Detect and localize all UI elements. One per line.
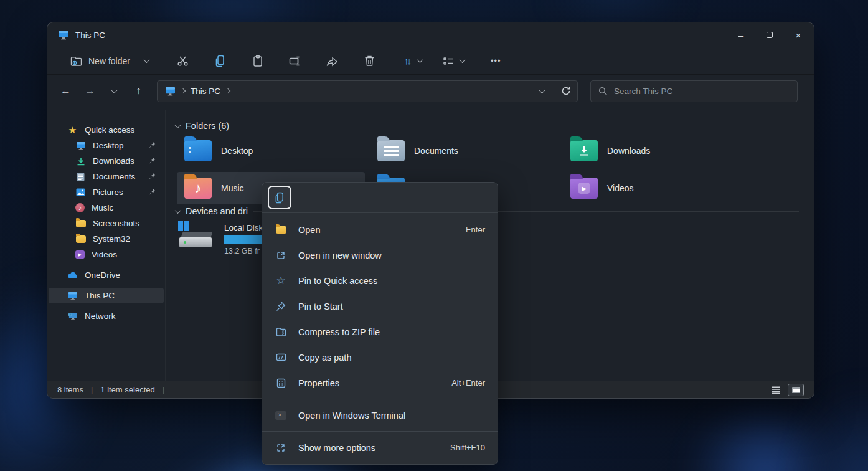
status-separator: | bbox=[91, 385, 93, 394]
menu-item-open-windows-terminal[interactable]: >_ Open in Windows Terminal bbox=[262, 402, 498, 428]
new-folder-icon bbox=[70, 55, 83, 67]
breadcrumb-this-pc[interactable]: This PC bbox=[191, 87, 220, 96]
menu-item-shortcut: Alt+Enter bbox=[451, 378, 485, 388]
minimize-button[interactable]: – bbox=[727, 22, 755, 47]
forward-button[interactable]: → bbox=[79, 80, 101, 102]
menu-item-label: Open in new window bbox=[298, 250, 382, 260]
folder-tile-documents[interactable]: Documents bbox=[370, 135, 558, 167]
menu-item-label: Open in Windows Terminal bbox=[298, 411, 405, 421]
sidebar-item-videos[interactable]: ▶ Videos bbox=[49, 247, 164, 262]
menu-item-open-new-window[interactable]: Open in new window bbox=[262, 242, 498, 268]
new-folder-label: New folder bbox=[88, 56, 130, 66]
menu-item-shortcut: Shift+F10 bbox=[450, 443, 485, 452]
sidebar-item-network[interactable]: Network bbox=[49, 308, 164, 324]
context-menu-quick-actions bbox=[262, 183, 498, 213]
menu-separator bbox=[262, 399, 498, 399]
refresh-button[interactable] bbox=[561, 86, 571, 96]
copy-button[interactable] bbox=[209, 50, 232, 72]
zip-folder-icon bbox=[275, 326, 287, 338]
pin-icon bbox=[149, 188, 156, 195]
delete-icon bbox=[364, 55, 376, 67]
menu-item-pin-to-quick-access[interactable]: ☆ Pin to Quick access bbox=[262, 268, 498, 293]
cut-button[interactable] bbox=[171, 50, 195, 72]
back-icon: ← bbox=[60, 85, 71, 97]
sidebar-item-label: Network bbox=[85, 312, 116, 321]
sidebar-item-quick-access[interactable]: ★ Quick access bbox=[49, 122, 164, 138]
large-icons-view-button[interactable] bbox=[788, 384, 804, 396]
forward-icon: → bbox=[85, 85, 95, 97]
menu-item-open[interactable]: Open Enter bbox=[262, 217, 498, 242]
menu-item-show-more-options[interactable]: Show more options Shift+F10 bbox=[262, 435, 498, 460]
maximize-button[interactable] bbox=[755, 22, 784, 47]
back-button[interactable]: ← bbox=[55, 80, 77, 102]
menu-item-pin-to-start[interactable]: Pin to Start bbox=[262, 293, 498, 319]
sidebar-item-label: Screenshots bbox=[93, 219, 139, 228]
status-separator: | bbox=[163, 385, 164, 394]
sidebar-item-this-pc[interactable]: This PC bbox=[49, 288, 164, 303]
sidebar-item-label: Documents bbox=[93, 172, 135, 181]
navigation-pane: ★ Quick access Desktop Downloads Documen… bbox=[47, 110, 166, 381]
tile-label: Music bbox=[221, 183, 244, 193]
up-icon: ↑ bbox=[136, 85, 141, 97]
folders-section-header[interactable]: Folders (6) bbox=[176, 121, 799, 131]
menu-item-properties[interactable]: Properties Alt+Enter bbox=[262, 370, 498, 396]
sidebar-item-documents[interactable]: Documents bbox=[49, 169, 164, 184]
sidebar-item-music[interactable]: ♪ Music bbox=[49, 200, 164, 216]
new-folder-button[interactable]: New folder bbox=[65, 50, 154, 72]
tile-label: Downloads bbox=[607, 146, 650, 156]
document-icon bbox=[75, 172, 86, 181]
search-input[interactable] bbox=[614, 87, 790, 96]
sidebar-item-label: Quick access bbox=[85, 125, 134, 135]
share-button[interactable] bbox=[321, 50, 344, 72]
sidebar-item-pictures[interactable]: Pictures bbox=[49, 184, 164, 200]
sidebar-item-label: Pictures bbox=[93, 188, 123, 197]
search-box[interactable] bbox=[590, 80, 798, 102]
copy-as-path-icon bbox=[275, 351, 287, 364]
documents-folder-icon bbox=[377, 140, 405, 161]
view-icon bbox=[442, 55, 455, 67]
cloud-icon bbox=[67, 270, 78, 280]
tile-label: Videos bbox=[607, 183, 634, 193]
video-icon: ▶ bbox=[75, 250, 85, 259]
sidebar-item-onedrive[interactable]: OneDrive bbox=[49, 267, 164, 283]
menu-item-copy-as-path[interactable]: Copy as path bbox=[262, 345, 498, 370]
selected-count: 1 item selected bbox=[100, 385, 154, 394]
quick-copy-button[interactable] bbox=[268, 186, 291, 209]
large-icons-icon bbox=[792, 387, 800, 393]
collapse-chevron-icon[interactable] bbox=[175, 122, 181, 128]
address-bar[interactable]: This PC bbox=[157, 80, 578, 102]
sidebar-item-system32[interactable]: System32 bbox=[49, 231, 164, 247]
sidebar-item-screenshots[interactable]: Screenshots bbox=[49, 216, 164, 231]
this-pc-icon bbox=[58, 30, 69, 40]
tile-label: Documents bbox=[414, 146, 458, 156]
folder-tile-downloads[interactable]: Downloads bbox=[563, 135, 751, 167]
view-button[interactable] bbox=[436, 50, 470, 72]
address-dropdown-icon[interactable] bbox=[539, 87, 545, 93]
folder-tile-videos[interactable]: ▶ Videos bbox=[563, 172, 751, 204]
chevron-down-icon bbox=[417, 57, 423, 63]
see-more-button[interactable]: ••• bbox=[485, 52, 507, 70]
details-view-button[interactable] bbox=[768, 384, 784, 396]
chevron-down-icon bbox=[459, 57, 465, 63]
toolbar-divider bbox=[390, 54, 390, 69]
paste-button[interactable] bbox=[246, 50, 270, 72]
sort-button[interactable]: ↑↓ bbox=[399, 51, 428, 70]
close-button[interactable]: × bbox=[784, 22, 813, 47]
delete-button[interactable] bbox=[358, 50, 382, 72]
sidebar-item-desktop[interactable]: Desktop bbox=[49, 138, 164, 153]
tile-label: Desktop bbox=[221, 146, 253, 156]
up-button[interactable]: ↑ bbox=[128, 80, 149, 102]
recent-locations-button[interactable] bbox=[103, 80, 125, 102]
pin-icon bbox=[149, 173, 156, 179]
menu-item-compress-zip[interactable]: Compress to ZIP file bbox=[262, 319, 498, 345]
music-icon: ♪ bbox=[75, 203, 85, 212]
sidebar-item-label: This PC bbox=[85, 291, 115, 300]
copy-icon bbox=[214, 55, 227, 67]
folder-tile-desktop[interactable]: Desktop bbox=[177, 135, 365, 167]
sidebar-item-label: OneDrive bbox=[85, 270, 120, 280]
collapse-chevron-icon[interactable] bbox=[175, 207, 181, 214]
sidebar-item-downloads[interactable]: Downloads bbox=[49, 153, 164, 169]
this-pc-icon bbox=[67, 291, 78, 300]
titlebar[interactable]: This PC – × bbox=[47, 22, 814, 47]
rename-button[interactable] bbox=[283, 50, 307, 72]
